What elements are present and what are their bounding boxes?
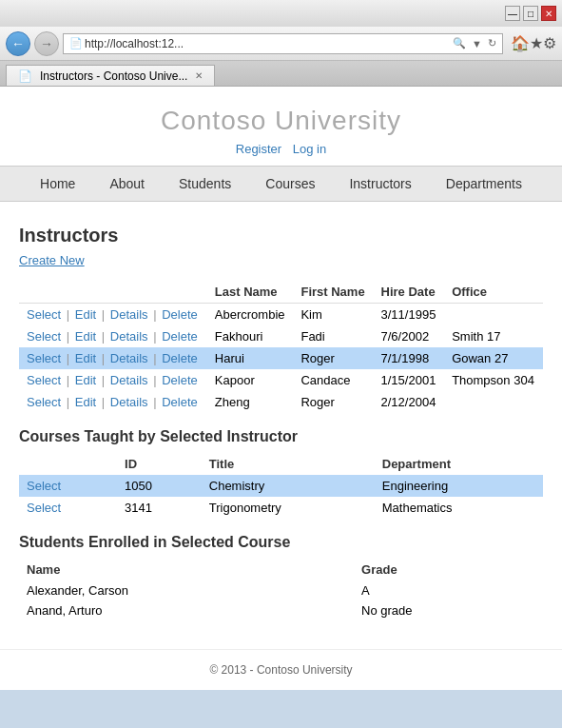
instructor-edit-link[interactable]: Edit <box>75 351 96 365</box>
instructor-select-link[interactable]: Select <box>27 329 61 344</box>
course-select-link[interactable]: Select <box>27 501 61 515</box>
instructor-details-link[interactable]: Details <box>110 307 148 322</box>
page-icon: 📄 <box>68 37 85 49</box>
student-row: Alexander, Carson A <box>19 580 543 600</box>
refresh-icon[interactable]: ↻ <box>486 37 498 49</box>
instructor-delete-link[interactable]: Delete <box>162 351 198 365</box>
students-col-name: Name <box>19 559 354 580</box>
nav-courses[interactable]: Courses <box>248 167 332 201</box>
nav-instructors[interactable]: Instructors <box>332 167 428 201</box>
instructor-first-name: Roger <box>293 391 373 413</box>
instructor-row: Select | Edit | Details | Delete Kapoor … <box>19 369 543 391</box>
course-department: Engineering <box>375 475 543 497</box>
student-grade: No grade <box>354 600 543 620</box>
tab-title: Instructors - Contoso Unive... <box>40 69 187 83</box>
address-bar[interactable]: 📄 http://localhost:12... 🔍 ▼ ↻ <box>63 33 503 54</box>
instructor-select-link[interactable]: Select <box>27 351 61 365</box>
course-actions: Select <box>19 497 117 519</box>
tab-favicon: 📄 <box>18 69 32 83</box>
instructor-details-link[interactable]: Details <box>110 329 148 344</box>
instructor-first-name: Kim <box>293 304 373 326</box>
instructor-delete-link[interactable]: Delete <box>162 373 198 387</box>
instructor-delete-link[interactable]: Delete <box>162 395 198 409</box>
nav-students[interactable]: Students <box>162 167 248 201</box>
instructor-first-name: Fadi <box>293 325 373 347</box>
tab-close-button[interactable]: ✕ <box>195 70 203 81</box>
dropdown-icon[interactable]: ▼ <box>470 38 484 49</box>
instructor-select-link[interactable]: Select <box>27 373 61 387</box>
login-link[interactable]: Log in <box>293 142 326 156</box>
instructor-hire-date: 3/11/1995 <box>374 304 445 326</box>
instructor-first-name: Candace <box>293 369 373 391</box>
instructor-actions: Select | Edit | Details | Delete <box>19 304 207 326</box>
student-grade: A <box>354 580 543 600</box>
nav-about[interactable]: About <box>92 167 162 201</box>
courses-table: ID Title Department Select 1050 Chemistr… <box>19 453 543 519</box>
instructor-hire-date: 2/12/2004 <box>374 391 445 413</box>
courses-col-actions <box>19 453 117 475</box>
course-select-link[interactable]: Select <box>27 479 61 493</box>
settings-icon[interactable]: ⚙ <box>543 34 556 52</box>
instructor-details-link[interactable]: Details <box>110 395 148 409</box>
instructor-details-link[interactable]: Details <box>110 373 148 387</box>
nav-home[interactable]: Home <box>23 167 92 201</box>
back-button[interactable]: ← <box>6 31 30 56</box>
home-icon[interactable]: 🏠 <box>511 34 530 52</box>
main-nav: Home About Students Courses Instructors … <box>0 166 562 202</box>
instructor-actions: Select | Edit | Details | Delete <box>19 369 207 391</box>
instructor-edit-link[interactable]: Edit <box>75 395 96 409</box>
instructor-edit-link[interactable]: Edit <box>75 373 96 387</box>
instructor-last-name: Abercrombie <box>207 304 294 326</box>
course-id: 1050 <box>117 475 202 497</box>
instructor-select-link[interactable]: Select <box>27 307 61 322</box>
course-id: 3141 <box>117 497 202 519</box>
maximize-button[interactable]: □ <box>523 6 538 21</box>
instructor-office <box>444 391 543 413</box>
courses-col-title: Title <box>202 453 375 475</box>
student-name: Alexander, Carson <box>19 580 354 600</box>
instructor-office: Smith 17 <box>444 325 543 347</box>
student-row: Anand, Arturo No grade <box>19 600 543 620</box>
students-section-title: Students Enrolled in Selected Course <box>19 534 543 551</box>
course-row: Select 3141 Trigonometry Mathematics <box>19 497 543 519</box>
forward-button[interactable]: → <box>34 31 59 56</box>
instructor-actions: Select | Edit | Details | Delete <box>19 347 207 369</box>
title-bar: — □ ✕ <box>0 0 562 27</box>
course-row: Select 1050 Chemistry Engineering <box>19 475 543 497</box>
col-first-name: First Name <box>293 281 373 304</box>
courses-col-dept: Department <box>375 453 543 475</box>
student-name: Anand, Arturo <box>19 600 354 620</box>
close-button[interactable]: ✕ <box>541 6 556 21</box>
instructor-last-name: Kapoor <box>207 369 294 391</box>
page: Contoso University Register Log in Home … <box>0 87 562 690</box>
instructor-office <box>444 304 543 326</box>
instructor-row: Select | Edit | Details | Delete Harui R… <box>19 347 543 369</box>
address-icons: 🔍 ▼ ↻ <box>451 37 498 49</box>
instructor-details-link[interactable]: Details <box>110 351 148 365</box>
favorites-icon[interactable]: ★ <box>530 34 543 52</box>
instructor-office: Gowan 27 <box>444 347 543 369</box>
instructor-actions: Select | Edit | Details | Delete <box>19 391 207 413</box>
register-link[interactable]: Register <box>236 142 281 156</box>
active-tab[interactable]: 📄 Instructors - Contoso Unive... ✕ <box>6 65 215 86</box>
course-department: Mathematics <box>375 497 543 519</box>
col-actions <box>19 281 207 304</box>
course-title: Trigonometry <box>202 497 375 519</box>
auth-links: Register Log in <box>0 142 562 156</box>
courses-section-title: Courses Taught by Selected Instructor <box>19 428 543 445</box>
instructor-delete-link[interactable]: Delete <box>162 307 198 322</box>
create-new-link[interactable]: Create New <box>19 253 85 267</box>
instructor-office: Thompson 304 <box>444 369 543 391</box>
site-title: Contoso University <box>0 106 562 136</box>
instructor-last-name: Harui <box>207 347 294 369</box>
instructor-select-link[interactable]: Select <box>27 395 61 409</box>
course-title: Chemistry <box>202 475 375 497</box>
instructor-row: Select | Edit | Details | Delete Abercro… <box>19 304 543 326</box>
minimize-button[interactable]: — <box>505 6 520 21</box>
instructor-edit-link[interactable]: Edit <box>75 307 96 322</box>
search-icon[interactable]: 🔍 <box>451 37 468 49</box>
footer-text: © 2013 - Contoso University <box>209 663 352 677</box>
instructor-delete-link[interactable]: Delete <box>162 329 198 344</box>
nav-departments[interactable]: Departments <box>429 167 539 201</box>
instructor-edit-link[interactable]: Edit <box>75 329 96 344</box>
